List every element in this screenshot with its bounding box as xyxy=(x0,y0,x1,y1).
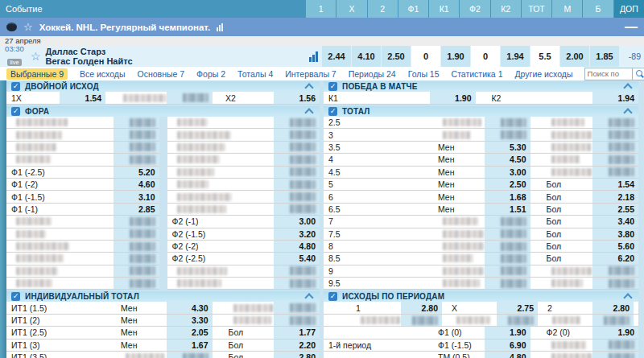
other-outcomes-link[interactable]: Другие исходы xyxy=(514,69,572,79)
checkbox-checked-icon[interactable]: ✓ xyxy=(11,292,20,301)
odds-value[interactable]: 3.10 xyxy=(114,191,159,202)
tab-все[interactable]: Все исходы xyxy=(80,69,126,79)
match-row[interactable]: 03:30 live ☆ Даллас Старз Вегас Голден Н… xyxy=(0,46,644,67)
favorite-star-icon[interactable]: ☆ xyxy=(23,22,33,32)
odds-cell-blurred[interactable] xyxy=(485,253,530,264)
odds-cell-blurred[interactable] xyxy=(274,191,320,202)
checkbox-checked-icon[interactable]: ✓ xyxy=(11,82,20,91)
odds-value[interactable]: 2.20 xyxy=(274,339,320,351)
odds-value[interactable]: 1.90 xyxy=(430,92,476,104)
odds-value[interactable]: 2.50 xyxy=(485,179,530,190)
tab-периоды[interactable]: Периоды 24 xyxy=(349,69,396,79)
odds-value[interactable]: 2.75 xyxy=(497,302,538,313)
team-names[interactable]: Даллас Старз Вегас Голден Найтс xyxy=(46,47,133,66)
match-odds-cell[interactable]: 2.44 xyxy=(322,46,351,67)
odds-cell-blurred[interactable] xyxy=(485,241,530,252)
odds-cell-blurred[interactable] xyxy=(592,142,638,153)
odds-cell-blurred[interactable] xyxy=(485,265,530,277)
chevron-up-icon[interactable] xyxy=(623,294,632,302)
odds-value[interactable]: 1.90 xyxy=(485,327,530,338)
tab-основные[interactable]: Основные 7 xyxy=(138,69,185,79)
odds-cell-blurred[interactable] xyxy=(592,167,638,178)
odds-cell-blurred[interactable] xyxy=(274,117,320,128)
odds-value[interactable]: 1.54 xyxy=(592,179,638,190)
odds-cell-blurred[interactable] xyxy=(274,278,320,289)
chevron-up-icon[interactable] xyxy=(304,83,313,92)
tab-статистика[interactable]: Статистика 1 xyxy=(452,69,503,79)
match-stats-icon[interactable] xyxy=(309,51,318,62)
odds-value[interactable]: 3.80 xyxy=(592,228,638,240)
odds-value[interactable]: 2.80 xyxy=(401,302,442,313)
odds-value[interactable]: 1.51 xyxy=(485,204,530,215)
tab-форы[interactable]: Форы 2 xyxy=(196,69,225,79)
checkbox-checked-icon[interactable]: ✓ xyxy=(328,292,337,301)
league-title[interactable]: Хоккей. NHL. Регулярный чемпионат. xyxy=(39,23,210,32)
search-input[interactable] xyxy=(585,69,632,78)
odds-cell-blurred[interactable] xyxy=(274,167,320,178)
search-icon[interactable] xyxy=(632,68,644,80)
stats-bars-icon[interactable] xyxy=(217,23,223,31)
odds-cell-blurred[interactable] xyxy=(592,265,638,277)
match-odds-cell[interactable]: 1.85 xyxy=(590,46,619,67)
match-odds-cell[interactable]: 0 xyxy=(471,46,500,67)
odds-value[interactable]: 1.54 xyxy=(60,92,105,104)
odds-value[interactable]: 1.77 xyxy=(274,327,320,338)
chevron-up-icon[interactable] xyxy=(304,108,313,117)
odds-cell-blurred[interactable] xyxy=(485,129,530,140)
odds-cell-blurred[interactable] xyxy=(114,265,159,277)
odds-cell-blurred[interactable] xyxy=(274,315,320,326)
odds-cell-blurred[interactable] xyxy=(274,179,320,190)
odds-cell-blurred[interactable] xyxy=(274,142,320,153)
odds-value[interactable]: 3.40 xyxy=(592,216,638,227)
odds-value[interactable]: 3.00 xyxy=(274,216,320,227)
odds-cell-blurred[interactable] xyxy=(401,315,442,326)
match-odds-cell[interactable]: 2.00 xyxy=(560,46,589,67)
odds-cell-blurred[interactable] xyxy=(114,216,159,227)
odds-cell-blurred[interactable] xyxy=(274,129,320,140)
odds-value[interactable]: 1.67 xyxy=(167,339,213,351)
odds-cell-blurred[interactable] xyxy=(114,228,159,240)
odds-value[interactable]: 4.60 xyxy=(114,179,159,190)
odds-cell-blurred[interactable] xyxy=(114,142,159,153)
odds-value[interactable]: 1.90 xyxy=(592,327,638,338)
odds-cell-blurred[interactable] xyxy=(592,129,638,140)
odds-cell-blurred[interactable] xyxy=(114,253,159,264)
odds-cell-blurred[interactable] xyxy=(485,228,530,240)
odds-cell-blurred[interactable] xyxy=(114,278,159,289)
odds-cell-blurred[interactable] xyxy=(114,117,159,128)
odds-value[interactable]: 5.20 xyxy=(114,167,159,178)
odds-value[interactable]: 2.85 xyxy=(114,204,159,215)
odds-value[interactable]: 6.20 xyxy=(592,253,638,264)
odds-value[interactable]: 4.50 xyxy=(485,154,530,165)
odds-cell-blurred[interactable] xyxy=(274,154,320,165)
odds-cell-blurred[interactable] xyxy=(114,154,159,165)
odds-value[interactable]: 5.30 xyxy=(485,142,530,153)
odds-cell-blurred[interactable] xyxy=(592,339,638,351)
odds-cell-blurred[interactable] xyxy=(497,315,538,326)
odds-cell-blurred[interactable] xyxy=(114,241,159,252)
odds-cell-blurred[interactable] xyxy=(167,352,213,358)
odds-value[interactable]: 1.56 xyxy=(274,92,320,104)
chevron-up-icon[interactable] xyxy=(623,83,632,92)
odds-value[interactable]: 3.30 xyxy=(167,315,213,326)
odds-cell-blurred[interactable] xyxy=(167,92,213,104)
odds-value[interactable]: 2.05 xyxy=(167,327,213,338)
checkbox-checked-icon[interactable]: ✓ xyxy=(328,107,337,116)
odds-cell-blurred[interactable] xyxy=(592,315,634,326)
odds-value[interactable]: 6.90 xyxy=(485,339,530,351)
odds-value[interactable]: 2.18 xyxy=(592,191,638,202)
odds-cell-blurred[interactable] xyxy=(485,278,530,289)
odds-value[interactable]: 2.55 xyxy=(592,204,638,215)
tab-выбранные[interactable]: Выбранные 9 xyxy=(6,68,68,80)
odds-value[interactable]: 2.80 xyxy=(592,302,634,313)
tab-голы[interactable]: Голы 15 xyxy=(408,69,440,79)
collapse-league-button[interactable]: — xyxy=(625,20,638,35)
odds-value[interactable]: 4.80 xyxy=(274,241,320,252)
odds-cell-blurred[interactable] xyxy=(274,302,320,313)
match-odds-cell[interactable]: 2.50 xyxy=(382,46,411,67)
odds-cell-blurred[interactable] xyxy=(274,204,320,215)
odds-value[interactable]: 3.00 xyxy=(485,167,530,178)
odds-value[interactable]: 1.68 xyxy=(485,191,530,202)
checkbox-checked-icon[interactable]: ✓ xyxy=(328,82,337,91)
match-odds-cell[interactable]: 1.90 xyxy=(441,46,470,67)
